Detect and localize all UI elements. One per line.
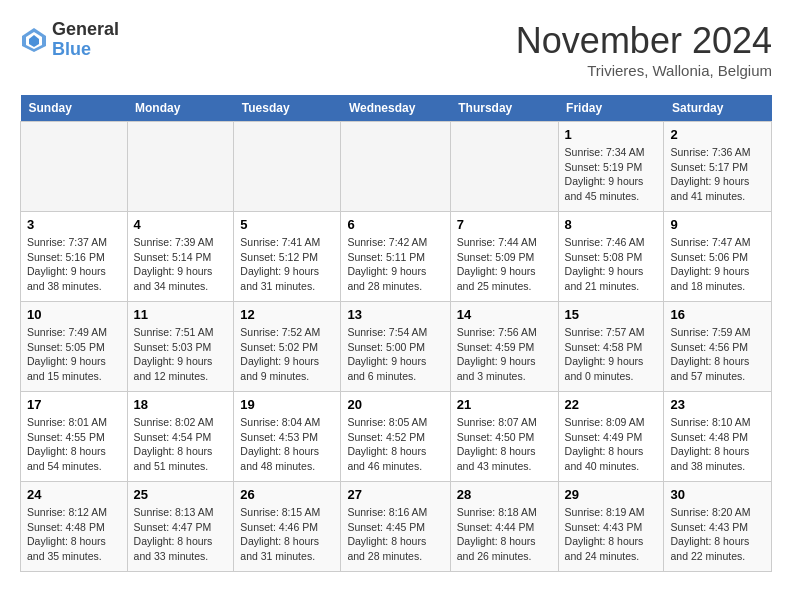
day-info: Sunrise: 8:20 AMSunset: 4:43 PMDaylight:… [670, 505, 765, 564]
logo-general: General [52, 20, 119, 40]
day-info: Sunrise: 7:41 AMSunset: 5:12 PMDaylight:… [240, 235, 334, 294]
day-info: Sunrise: 7:34 AMSunset: 5:19 PMDaylight:… [565, 145, 658, 204]
week-row-3: 17Sunrise: 8:01 AMSunset: 4:55 PMDayligh… [21, 392, 772, 482]
calendar-cell: 4Sunrise: 7:39 AMSunset: 5:14 PMDaylight… [127, 212, 234, 302]
calendar-cell: 30Sunrise: 8:20 AMSunset: 4:43 PMDayligh… [664, 482, 772, 572]
header-row: Sunday Monday Tuesday Wednesday Thursday… [21, 95, 772, 122]
header-thursday: Thursday [450, 95, 558, 122]
day-number: 1 [565, 127, 658, 142]
day-number: 28 [457, 487, 552, 502]
header-friday: Friday [558, 95, 664, 122]
day-info: Sunrise: 8:19 AMSunset: 4:43 PMDaylight:… [565, 505, 658, 564]
day-info: Sunrise: 8:09 AMSunset: 4:49 PMDaylight:… [565, 415, 658, 474]
calendar-cell [127, 122, 234, 212]
day-number: 8 [565, 217, 658, 232]
day-info: Sunrise: 7:49 AMSunset: 5:05 PMDaylight:… [27, 325, 121, 384]
day-info: Sunrise: 7:59 AMSunset: 4:56 PMDaylight:… [670, 325, 765, 384]
calendar-cell: 1Sunrise: 7:34 AMSunset: 5:19 PMDaylight… [558, 122, 664, 212]
day-number: 19 [240, 397, 334, 412]
day-info: Sunrise: 7:54 AMSunset: 5:00 PMDaylight:… [347, 325, 443, 384]
day-info: Sunrise: 8:10 AMSunset: 4:48 PMDaylight:… [670, 415, 765, 474]
calendar-cell: 29Sunrise: 8:19 AMSunset: 4:43 PMDayligh… [558, 482, 664, 572]
header-sunday: Sunday [21, 95, 128, 122]
day-number: 22 [565, 397, 658, 412]
calendar-cell: 19Sunrise: 8:04 AMSunset: 4:53 PMDayligh… [234, 392, 341, 482]
day-number: 24 [27, 487, 121, 502]
logo: General Blue [20, 20, 119, 60]
day-info: Sunrise: 8:18 AMSunset: 4:44 PMDaylight:… [457, 505, 552, 564]
calendar-cell: 8Sunrise: 7:46 AMSunset: 5:08 PMDaylight… [558, 212, 664, 302]
calendar-cell [450, 122, 558, 212]
calendar-cell: 20Sunrise: 8:05 AMSunset: 4:52 PMDayligh… [341, 392, 450, 482]
title-block: November 2024 Trivieres, Wallonia, Belgi… [516, 20, 772, 79]
calendar-cell: 13Sunrise: 7:54 AMSunset: 5:00 PMDayligh… [341, 302, 450, 392]
calendar-cell [21, 122, 128, 212]
day-number: 30 [670, 487, 765, 502]
day-info: Sunrise: 7:46 AMSunset: 5:08 PMDaylight:… [565, 235, 658, 294]
day-number: 2 [670, 127, 765, 142]
day-number: 9 [670, 217, 765, 232]
day-number: 6 [347, 217, 443, 232]
day-info: Sunrise: 8:05 AMSunset: 4:52 PMDaylight:… [347, 415, 443, 474]
month-title: November 2024 [516, 20, 772, 62]
calendar-cell: 25Sunrise: 8:13 AMSunset: 4:47 PMDayligh… [127, 482, 234, 572]
day-number: 21 [457, 397, 552, 412]
header-tuesday: Tuesday [234, 95, 341, 122]
calendar-cell: 17Sunrise: 8:01 AMSunset: 4:55 PMDayligh… [21, 392, 128, 482]
calendar-cell: 21Sunrise: 8:07 AMSunset: 4:50 PMDayligh… [450, 392, 558, 482]
day-info: Sunrise: 7:36 AMSunset: 5:17 PMDaylight:… [670, 145, 765, 204]
day-number: 13 [347, 307, 443, 322]
calendar-body: 1Sunrise: 7:34 AMSunset: 5:19 PMDaylight… [21, 122, 772, 572]
day-number: 23 [670, 397, 765, 412]
day-info: Sunrise: 8:04 AMSunset: 4:53 PMDaylight:… [240, 415, 334, 474]
day-info: Sunrise: 7:51 AMSunset: 5:03 PMDaylight:… [134, 325, 228, 384]
calendar-cell: 26Sunrise: 8:15 AMSunset: 4:46 PMDayligh… [234, 482, 341, 572]
calendar-cell: 2Sunrise: 7:36 AMSunset: 5:17 PMDaylight… [664, 122, 772, 212]
calendar-cell: 6Sunrise: 7:42 AMSunset: 5:11 PMDaylight… [341, 212, 450, 302]
week-row-0: 1Sunrise: 7:34 AMSunset: 5:19 PMDaylight… [21, 122, 772, 212]
week-row-4: 24Sunrise: 8:12 AMSunset: 4:48 PMDayligh… [21, 482, 772, 572]
day-info: Sunrise: 8:02 AMSunset: 4:54 PMDaylight:… [134, 415, 228, 474]
calendar-table: Sunday Monday Tuesday Wednesday Thursday… [20, 95, 772, 572]
day-info: Sunrise: 7:47 AMSunset: 5:06 PMDaylight:… [670, 235, 765, 294]
subtitle: Trivieres, Wallonia, Belgium [516, 62, 772, 79]
day-info: Sunrise: 8:16 AMSunset: 4:45 PMDaylight:… [347, 505, 443, 564]
day-number: 29 [565, 487, 658, 502]
page-header: General Blue November 2024 Trivieres, Wa… [20, 20, 772, 79]
week-row-2: 10Sunrise: 7:49 AMSunset: 5:05 PMDayligh… [21, 302, 772, 392]
calendar-cell: 12Sunrise: 7:52 AMSunset: 5:02 PMDayligh… [234, 302, 341, 392]
header-monday: Monday [127, 95, 234, 122]
calendar-cell [234, 122, 341, 212]
day-info: Sunrise: 7:56 AMSunset: 4:59 PMDaylight:… [457, 325, 552, 384]
day-number: 20 [347, 397, 443, 412]
day-number: 15 [565, 307, 658, 322]
calendar-cell: 15Sunrise: 7:57 AMSunset: 4:58 PMDayligh… [558, 302, 664, 392]
day-info: Sunrise: 8:15 AMSunset: 4:46 PMDaylight:… [240, 505, 334, 564]
day-number: 7 [457, 217, 552, 232]
day-info: Sunrise: 8:13 AMSunset: 4:47 PMDaylight:… [134, 505, 228, 564]
header-saturday: Saturday [664, 95, 772, 122]
day-info: Sunrise: 7:57 AMSunset: 4:58 PMDaylight:… [565, 325, 658, 384]
calendar-cell: 5Sunrise: 7:41 AMSunset: 5:12 PMDaylight… [234, 212, 341, 302]
day-number: 27 [347, 487, 443, 502]
week-row-1: 3Sunrise: 7:37 AMSunset: 5:16 PMDaylight… [21, 212, 772, 302]
day-number: 12 [240, 307, 334, 322]
day-number: 10 [27, 307, 121, 322]
calendar-cell: 24Sunrise: 8:12 AMSunset: 4:48 PMDayligh… [21, 482, 128, 572]
day-number: 5 [240, 217, 334, 232]
day-info: Sunrise: 7:42 AMSunset: 5:11 PMDaylight:… [347, 235, 443, 294]
day-number: 3 [27, 217, 121, 232]
calendar-cell: 7Sunrise: 7:44 AMSunset: 5:09 PMDaylight… [450, 212, 558, 302]
day-info: Sunrise: 8:12 AMSunset: 4:48 PMDaylight:… [27, 505, 121, 564]
calendar-cell: 22Sunrise: 8:09 AMSunset: 4:49 PMDayligh… [558, 392, 664, 482]
calendar-cell: 27Sunrise: 8:16 AMSunset: 4:45 PMDayligh… [341, 482, 450, 572]
day-number: 18 [134, 397, 228, 412]
day-number: 16 [670, 307, 765, 322]
calendar-cell: 28Sunrise: 8:18 AMSunset: 4:44 PMDayligh… [450, 482, 558, 572]
day-number: 11 [134, 307, 228, 322]
calendar-header: Sunday Monday Tuesday Wednesday Thursday… [21, 95, 772, 122]
calendar-cell: 23Sunrise: 8:10 AMSunset: 4:48 PMDayligh… [664, 392, 772, 482]
calendar-cell: 3Sunrise: 7:37 AMSunset: 5:16 PMDaylight… [21, 212, 128, 302]
calendar-cell: 10Sunrise: 7:49 AMSunset: 5:05 PMDayligh… [21, 302, 128, 392]
calendar-cell: 9Sunrise: 7:47 AMSunset: 5:06 PMDaylight… [664, 212, 772, 302]
